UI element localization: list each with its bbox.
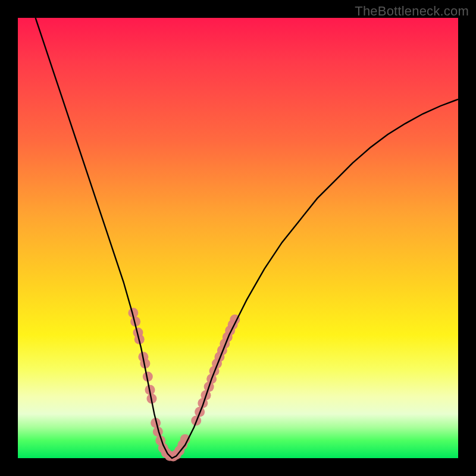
chart-frame: TheBottleneck.com xyxy=(0,0,476,476)
watermark-text: TheBottleneck.com xyxy=(355,4,469,19)
plot-area xyxy=(18,18,458,458)
chart-svg xyxy=(18,18,458,458)
bottleneck-curve xyxy=(36,18,458,458)
markers-group xyxy=(128,308,240,461)
